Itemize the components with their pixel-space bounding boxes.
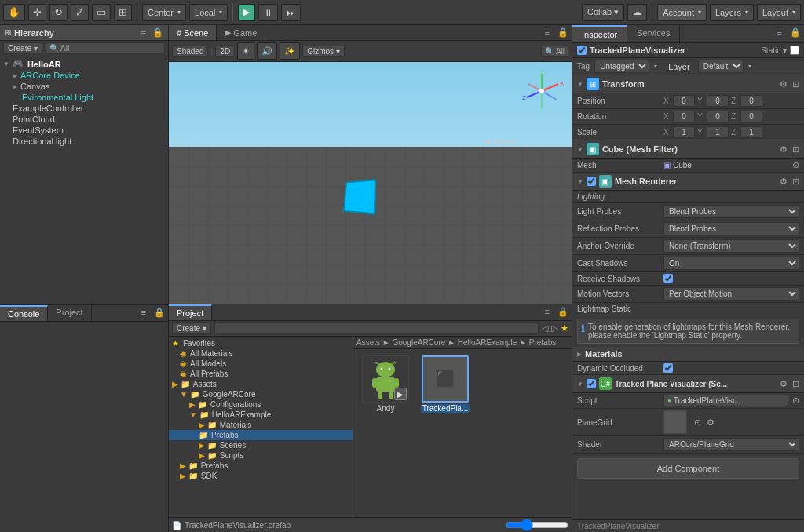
hand-tool-btn[interactable]: ✋ [3, 4, 25, 21]
project-lock-icon[interactable]: 🔒 [554, 304, 572, 320]
project-search-input[interactable] [214, 322, 539, 334]
mesh-renderer-extra[interactable]: ⊡ [792, 177, 799, 187]
layer-select[interactable]: Default [698, 60, 744, 73]
tree-scenes[interactable]: ▶ 📁 Scenes [169, 440, 353, 450]
tree-prefabs[interactable]: 📁 Prefabs [169, 430, 353, 440]
inspector-lock-icon[interactable]: 🔒 [787, 25, 804, 42]
cube-mesh-extra[interactable]: ⊡ [792, 144, 799, 155]
hier-item-dirlight[interactable]: Directional light [0, 136, 168, 147]
account-btn[interactable]: Account ▾ [657, 4, 707, 21]
rot-y-input[interactable] [707, 111, 729, 122]
pause-btn[interactable]: ⏸ [258, 4, 278, 21]
cast-shadows-select[interactable]: On [663, 257, 799, 270]
project-create-btn[interactable]: Create ▾ [172, 322, 211, 334]
tree-all-materials[interactable]: ◉ All Materials [169, 348, 353, 359]
tab-inspector[interactable]: Inspector [572, 25, 627, 42]
scene-menu-icon[interactable]: ≡ [540, 25, 554, 40]
rotate-tool-btn[interactable]: ↻ [49, 4, 68, 21]
tree-sdk[interactable]: ▶ 📁 SDK [169, 471, 353, 481]
cube-mesh-gear[interactable]: ⚙ [780, 144, 788, 155]
scale-x-input[interactable] [673, 126, 695, 138]
scale-y-input[interactable] [707, 126, 729, 138]
scene-axes-gizmo[interactable]: X Y Z [521, 70, 564, 113]
tracked-plane-checkbox[interactable] [587, 379, 596, 388]
scene-fx-btn[interactable]: ✨ [280, 42, 300, 60]
hierarchy-create-btn[interactable]: Create ▾ [3, 42, 42, 54]
project-menu-icon[interactable]: ≡ [540, 304, 554, 320]
inspector-menu-icon[interactable]: ≡ [773, 25, 787, 42]
collab-btn[interactable]: Collab ▾ [582, 4, 624, 21]
step-btn[interactable]: ⏭ [281, 4, 301, 21]
bottom-left-menu[interactable]: ≡ [137, 305, 151, 321]
tree-prefabs-root[interactable]: ▶ 📁 Prefabs [169, 461, 353, 471]
asset-trackedplane[interactable]: ⬛ TrackedPla... [418, 354, 473, 414]
tree-materials[interactable]: ▶ 📁 Materials [169, 420, 353, 430]
tab-console[interactable]: Console [0, 305, 48, 321]
tracked-plane-section-header[interactable]: ▼ C# Tracked Plane Visualizer (Sc... ⚙ ⊡ [572, 375, 804, 393]
2d-btn[interactable]: 2D [215, 46, 235, 57]
hier-item-pointcloud[interactable]: PointCloud [0, 114, 168, 125]
scale-tool-btn[interactable]: ⤢ [71, 4, 89, 21]
pos-x-input[interactable] [673, 95, 695, 107]
layout-btn[interactable]: Layout ▾ [757, 4, 801, 21]
mesh-pick[interactable]: ⊙ [792, 160, 799, 170]
scene-audio-btn[interactable]: 🔊 [257, 42, 277, 60]
center-btn[interactable]: Center ▾ [142, 4, 186, 21]
transform-extra[interactable]: ⊡ [792, 79, 799, 89]
move-tool-btn[interactable]: ✛ [28, 4, 46, 21]
materials-section-header[interactable]: ▶ Materials [572, 347, 804, 362]
hier-item-eventsystem[interactable]: EventSystem [0, 125, 168, 136]
hier-item-arcore[interactable]: ▶ ARCore Device [0, 70, 168, 81]
hier-item-envlight[interactable]: Evironmental Light [0, 92, 168, 103]
search-right-icon[interactable]: ▷ [551, 323, 557, 333]
transform-tool-btn[interactable]: ⊞ [114, 4, 132, 21]
cloud-btn[interactable]: ☁ [627, 4, 647, 21]
rot-z-input[interactable] [740, 111, 762, 122]
transform-section-header[interactable]: ▼ ⊞ Transform ⚙ ⊡ [572, 75, 804, 93]
anchor-override-select[interactable]: None (Transform) [663, 239, 799, 253]
tab-game[interactable]: ▶ Game [217, 25, 265, 40]
scene-light-btn[interactable]: ☀ [237, 42, 254, 60]
transform-gear[interactable]: ⚙ [780, 79, 788, 89]
tree-favorites[interactable]: ★ Favorites [169, 338, 353, 348]
mesh-renderer-gear[interactable]: ⚙ [780, 177, 788, 187]
asset-andy[interactable]: ▶ Andy [358, 354, 413, 414]
tab-scene[interactable]: # Scene [169, 25, 217, 40]
motion-vectors-select[interactable]: Per Object Motion [663, 287, 799, 301]
scene-view[interactable]: X Y Z ◄ Persp [169, 62, 572, 304]
hierarchy-menu-icon[interactable]: ≡ [141, 28, 146, 38]
rect-tool-btn[interactable]: ▭ [92, 4, 111, 21]
add-component-btn[interactable]: Add Component [577, 458, 799, 479]
plane-grid-pick[interactable]: ⊙ [694, 417, 701, 428]
tab-project-small[interactable]: Project [48, 305, 91, 321]
gizmos-btn[interactable]: Gizmos ▾ [302, 46, 345, 57]
scale-z-input[interactable] [740, 126, 762, 138]
reflection-probes-select[interactable]: Blend Probes [663, 222, 799, 235]
bottom-left-lock[interactable]: 🔒 [151, 305, 168, 321]
pos-y-input[interactable] [707, 95, 729, 107]
cube-mesh-section-header[interactable]: ▼ ▣ Cube (Mesh Filter) ⚙ ⊡ [572, 140, 804, 159]
search-star-icon[interactable]: ★ [561, 323, 568, 333]
static-checkbox[interactable] [790, 46, 799, 55]
layers-btn[interactable]: Layers ▾ [710, 4, 754, 21]
zoom-slider[interactable] [506, 519, 568, 530]
tree-all-prefabs[interactable]: ◉ All Prefabs [169, 369, 353, 379]
pos-z-input[interactable] [740, 95, 762, 107]
light-probes-select[interactable]: Blend Probes [663, 205, 799, 218]
tree-helloarexample[interactable]: ▼ 📁 HelloARExample [169, 410, 353, 420]
scene-search[interactable]: 🔍 All [541, 46, 568, 57]
hier-item-helloar[interactable]: ▼ 🎮 HelloAR [0, 58, 168, 70]
play-btn[interactable]: ▶ [238, 4, 255, 21]
script-pick[interactable]: ⊙ [792, 395, 799, 406]
tab-project[interactable]: Project [169, 304, 212, 320]
hier-item-canvas[interactable]: ▶ Canvas [0, 81, 168, 92]
scene-lock-icon[interactable]: 🔒 [554, 25, 572, 40]
shaded-btn[interactable]: Shaded [172, 46, 208, 57]
tracked-plane-extra[interactable]: ⊡ [792, 379, 799, 389]
plane-grid-extra[interactable]: ⚙ [707, 417, 714, 428]
dynamic-occluded-checkbox[interactable] [663, 363, 673, 373]
search-left-icon[interactable]: ◁ [542, 323, 548, 333]
tab-services[interactable]: Services [627, 25, 680, 42]
mesh-renderer-section-header[interactable]: ▼ ▣ Mesh Renderer ⚙ ⊡ [572, 173, 804, 191]
hierarchy-lock-icon[interactable]: 🔒 [152, 27, 163, 38]
